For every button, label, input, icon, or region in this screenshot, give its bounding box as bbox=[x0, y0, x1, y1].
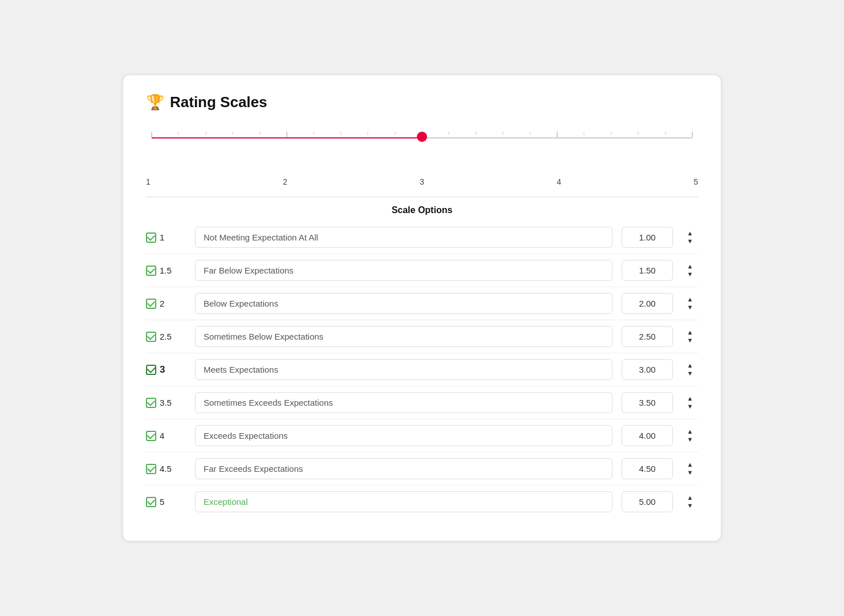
tick-minor bbox=[584, 132, 585, 135]
arrow-down-button[interactable]: ▼ bbox=[685, 271, 696, 278]
page-title: 🏆 Rating Scales bbox=[146, 93, 698, 111]
row-number: 1.5 bbox=[146, 266, 186, 276]
slider-label-2: 2 bbox=[283, 177, 287, 186]
row-arrows: ▲▼ bbox=[682, 395, 698, 410]
tick-minor bbox=[665, 132, 666, 135]
row-arrows: ▲▼ bbox=[682, 494, 698, 509]
tick-minor bbox=[368, 132, 368, 135]
row-value: 4.50 bbox=[622, 458, 673, 479]
tick-minor bbox=[259, 132, 260, 135]
tick-minor bbox=[476, 132, 476, 135]
row-label-input[interactable] bbox=[195, 392, 612, 413]
tick-5 bbox=[692, 132, 693, 137]
scale-row: 55.00▲▼ bbox=[146, 486, 698, 518]
slider-label-5: 5 bbox=[693, 177, 698, 186]
row-number-label: 3 bbox=[160, 364, 165, 376]
tick-minor bbox=[233, 132, 233, 135]
scale-row: 4.54.50▲▼ bbox=[146, 452, 698, 486]
row-number: 5 bbox=[146, 497, 186, 507]
row-number-label: 1.5 bbox=[160, 266, 172, 275]
row-label-input[interactable] bbox=[195, 359, 612, 380]
row-arrows: ▲▼ bbox=[682, 296, 698, 311]
checkbox-icon[interactable] bbox=[146, 365, 156, 375]
row-number: 3 bbox=[146, 364, 186, 376]
arrow-down-button[interactable]: ▼ bbox=[685, 370, 696, 377]
row-number: 2 bbox=[146, 299, 186, 309]
arrow-up-button[interactable]: ▲ bbox=[685, 428, 696, 435]
row-value: 1.50 bbox=[622, 260, 673, 281]
row-number: 3.5 bbox=[146, 398, 186, 408]
row-label-input[interactable] bbox=[195, 425, 612, 446]
checkbox-icon[interactable] bbox=[146, 431, 156, 441]
row-label-input[interactable] bbox=[195, 458, 612, 479]
row-number-label: 2 bbox=[160, 299, 164, 308]
checkbox-icon[interactable] bbox=[146, 464, 156, 474]
tick-2 bbox=[287, 132, 287, 137]
arrow-down-button[interactable]: ▼ bbox=[685, 403, 696, 410]
checkbox-icon[interactable] bbox=[146, 497, 156, 507]
slider-labels: 1 2 3 4 5 bbox=[146, 177, 698, 186]
row-number-label: 4.5 bbox=[160, 464, 172, 474]
row-value: 3.50 bbox=[622, 392, 673, 413]
slider-thumb[interactable] bbox=[417, 132, 427, 142]
row-number: 4 bbox=[146, 431, 186, 441]
row-label-input[interactable] bbox=[195, 227, 612, 248]
arrow-up-button[interactable]: ▲ bbox=[685, 362, 696, 369]
arrow-down-button[interactable]: ▼ bbox=[685, 436, 696, 443]
scale-options-header: Scale Options bbox=[146, 197, 698, 221]
checkbox-icon[interactable] bbox=[146, 232, 156, 243]
arrow-down-button[interactable]: ▼ bbox=[685, 304, 696, 311]
checkbox-icon[interactable] bbox=[146, 398, 156, 408]
row-number: 2.5 bbox=[146, 332, 186, 342]
scale-row: 3.53.50▲▼ bbox=[146, 386, 698, 419]
row-arrows: ▲▼ bbox=[682, 230, 698, 245]
row-label-input[interactable] bbox=[195, 260, 612, 281]
scale-row: 44.00▲▼ bbox=[146, 419, 698, 452]
tick-minor bbox=[638, 132, 639, 135]
slider-label-1: 1 bbox=[146, 177, 151, 186]
row-arrows: ▲▼ bbox=[682, 263, 698, 278]
row-label-input[interactable] bbox=[195, 293, 612, 314]
checkbox-icon[interactable] bbox=[146, 299, 156, 309]
arrow-down-button[interactable]: ▼ bbox=[685, 337, 696, 344]
tick-minor bbox=[503, 132, 504, 135]
scale-row: 1.51.50▲▼ bbox=[146, 254, 698, 287]
row-number: 4.5 bbox=[146, 464, 186, 474]
scale-row: 22.00▲▼ bbox=[146, 287, 698, 320]
arrow-down-button[interactable]: ▼ bbox=[685, 469, 696, 476]
row-arrows: ▲▼ bbox=[682, 428, 698, 443]
slider-label-3: 3 bbox=[420, 177, 424, 186]
row-value: 3.00 bbox=[622, 359, 673, 380]
tick-minor bbox=[314, 132, 314, 135]
arrow-down-button[interactable]: ▼ bbox=[685, 502, 696, 509]
arrow-up-button[interactable]: ▲ bbox=[685, 494, 696, 501]
checkbox-icon[interactable] bbox=[146, 332, 156, 342]
row-label-input[interactable] bbox=[195, 326, 612, 347]
arrow-up-button[interactable]: ▲ bbox=[685, 296, 696, 303]
scale-row: 2.52.50▲▼ bbox=[146, 320, 698, 353]
row-value: 2.00 bbox=[622, 293, 673, 314]
arrow-up-button[interactable]: ▲ bbox=[685, 263, 696, 270]
scale-row: 11.00▲▼ bbox=[146, 221, 698, 254]
row-label-input[interactable] bbox=[195, 491, 612, 512]
checkbox-icon[interactable] bbox=[146, 266, 156, 276]
slider-container[interactable] bbox=[152, 127, 692, 156]
tick-minor bbox=[530, 132, 530, 135]
row-number-label: 2.5 bbox=[160, 332, 172, 341]
tick-minor bbox=[205, 132, 206, 135]
arrow-up-button[interactable]: ▲ bbox=[685, 329, 696, 336]
row-arrows: ▲▼ bbox=[682, 329, 698, 344]
arrow-up-button[interactable]: ▲ bbox=[685, 230, 696, 237]
trophy-icon: 🏆 bbox=[146, 93, 164, 111]
slider-label-4: 4 bbox=[557, 177, 561, 186]
tick-minor bbox=[449, 132, 449, 135]
row-number-label: 4 bbox=[160, 431, 164, 440]
row-arrows: ▲▼ bbox=[682, 362, 698, 377]
row-value: 5.00 bbox=[622, 491, 673, 512]
arrow-down-button[interactable]: ▼ bbox=[685, 238, 696, 245]
tick-minor bbox=[611, 132, 611, 135]
scale-row: 33.00▲▼ bbox=[146, 353, 698, 386]
arrow-up-button[interactable]: ▲ bbox=[685, 395, 696, 402]
tick-minor bbox=[340, 132, 341, 135]
arrow-up-button[interactable]: ▲ bbox=[685, 461, 696, 468]
